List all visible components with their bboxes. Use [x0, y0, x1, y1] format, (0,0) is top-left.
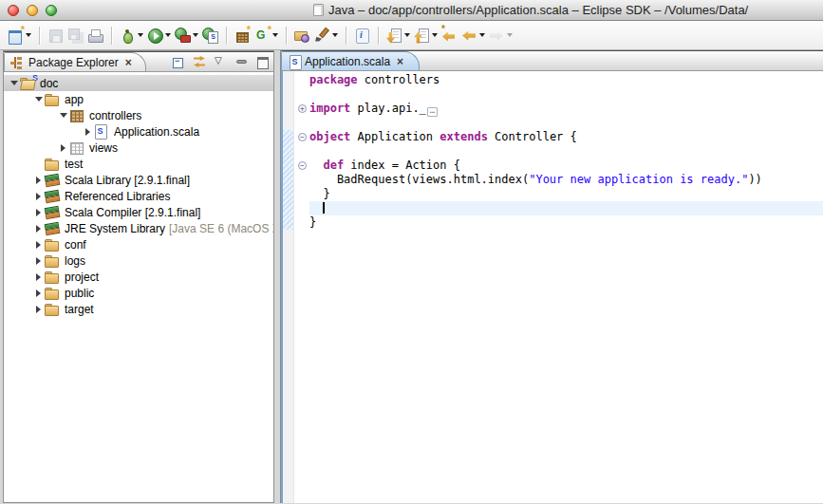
disclosure-closed-icon[interactable]	[32, 241, 45, 249]
tree-item-jre-system-library[interactable]: JRE System Library[Java SE 6 (MacOS X De…	[4, 220, 273, 236]
folder-icon	[45, 302, 61, 316]
run-icon	[147, 28, 163, 44]
fold-toggle-icon[interactable]: −	[298, 133, 307, 141]
fold-toggle-icon[interactable]: −	[298, 161, 307, 170]
disclosure-closed-icon[interactable]	[32, 225, 45, 233]
code-line[interactable]: −object Application extends Controller {	[295, 130, 823, 144]
disclosure-closed-icon[interactable]	[32, 209, 45, 216]
disclosure-closed-icon[interactable]	[32, 289, 45, 297]
disclosure-closed-icon[interactable]	[57, 144, 69, 152]
zoom-window-button[interactable]	[46, 5, 57, 16]
dropdown-caret-icon[interactable]	[432, 33, 438, 37]
tab-application-scala[interactable]: S Application.scala	[281, 51, 420, 70]
tree-item-logs[interactable]: logs	[4, 252, 273, 269]
disclosure-closed-icon[interactable]	[82, 128, 94, 136]
code-line[interactable]	[295, 116, 823, 130]
new-package-button[interactable]	[233, 24, 253, 47]
code-line-text: package controllers	[309, 73, 823, 87]
dropdown-caret-icon[interactable]	[165, 33, 171, 37]
code-line[interactable]: package controllers	[295, 73, 823, 87]
fold-toggle-icon[interactable]: +	[298, 104, 307, 113]
tree-item-target[interactable]: target	[4, 301, 273, 317]
tree-item-test[interactable]: test	[4, 156, 273, 172]
code-token: index = Action {	[344, 159, 460, 172]
annotation-ruler[interactable]	[283, 71, 294, 503]
tree-item-scala-compiler-2-9-1-final[interactable]: Scala Compiler [2.9.1.final]	[4, 204, 273, 220]
info-button[interactable]	[352, 24, 372, 47]
disclosure-closed-icon[interactable]	[32, 273, 45, 281]
close-window-button[interactable]	[8, 5, 19, 16]
dropdown-caret-icon[interactable]	[138, 33, 143, 37]
package-explorer-icon	[10, 56, 25, 69]
run-button[interactable]	[145, 24, 173, 47]
disclosure-closed-icon[interactable]	[32, 257, 45, 265]
disclosure-open-icon[interactable]	[8, 81, 20, 85]
save-all-button	[65, 24, 85, 47]
minimize-window-button[interactable]	[27, 5, 38, 16]
new-wizard-button[interactable]	[6, 24, 33, 47]
document-proxy-icon[interactable]	[313, 4, 324, 16]
last-edit-location-button[interactable]	[440, 24, 459, 47]
view-menu-icon[interactable]	[214, 55, 228, 68]
run-as-button[interactable]	[200, 24, 220, 47]
view-close-icon[interactable]	[125, 56, 132, 69]
previous-annotation-button[interactable]	[412, 24, 440, 47]
tree-item-views[interactable]: views	[4, 140, 273, 156]
titlebar: Java – doc/app/controllers/Application.s…	[0, 0, 823, 21]
disclosure-open-icon[interactable]	[57, 113, 69, 118]
minimize-view-icon[interactable]	[234, 55, 249, 68]
open-type-button[interactable]	[292, 24, 312, 47]
code-line[interactable]: }	[295, 187, 823, 201]
tree-item-controllers[interactable]: controllers	[4, 107, 273, 123]
debug-button[interactable]	[118, 24, 145, 47]
collapse-all-icon[interactable]	[172, 55, 186, 68]
fold-column	[295, 215, 309, 230]
print-icon	[87, 28, 103, 44]
code-line[interactable]: }	[295, 215, 823, 230]
back-button[interactable]	[459, 24, 487, 47]
disclosure-closed-icon[interactable]	[32, 306, 45, 313]
code-line[interactable]: BadRequest(views.html.index("Your new ap…	[295, 173, 823, 187]
dropdown-caret-icon[interactable]	[272, 33, 278, 37]
disclosure-closed-icon[interactable]	[32, 177, 45, 184]
code-line[interactable]	[295, 144, 823, 159]
tree-item-label: logs	[65, 254, 85, 268]
back-icon	[461, 28, 477, 44]
tab-package-explorer[interactable]: Package Explorer	[4, 52, 146, 71]
tree-item-app[interactable]: app	[4, 91, 273, 107]
dropdown-caret-icon[interactable]	[332, 33, 338, 37]
code-editor[interactable]: package controllers+import play.api._…−o…	[281, 71, 823, 503]
tree-item-doc[interactable]: Sdoc	[4, 75, 273, 91]
code-line[interactable]	[295, 87, 823, 102]
external-tools-button[interactable]	[173, 24, 200, 47]
tree-item-application-scala[interactable]: SApplication.scala	[4, 123, 273, 140]
code-line[interactable]: − def index = Action {	[295, 159, 823, 173]
disclosure-closed-icon[interactable]	[32, 193, 45, 200]
folder-icon	[45, 286, 61, 300]
tab-close-icon[interactable]	[397, 55, 403, 68]
dropdown-caret-icon[interactable]	[404, 33, 410, 37]
dropdown-caret-icon[interactable]	[26, 33, 31, 37]
window-title-area: Java – doc/app/controllers/Application.s…	[313, 0, 823, 20]
tree-item-public[interactable]: public	[4, 285, 273, 301]
print-button[interactable]	[85, 24, 105, 47]
tree-item-referenced-libraries[interactable]: Referenced Libraries	[4, 188, 273, 204]
tree-item-conf[interactable]: conf	[4, 236, 273, 252]
dropdown-caret-icon[interactable]	[193, 33, 198, 37]
folder-icon	[45, 253, 61, 268]
maximize-view-icon[interactable]	[255, 55, 270, 68]
link-with-editor-icon[interactable]	[193, 55, 207, 68]
disclosure-open-icon[interactable]	[32, 97, 45, 102]
next-annotation-button[interactable]	[384, 24, 412, 47]
code-line[interactable]: +import play.api._…	[295, 102, 823, 116]
tree-item-project[interactable]: project	[4, 269, 273, 285]
tree-item-scala-library-2-9-1-final[interactable]: Scala Library [2.9.1.final]	[4, 172, 273, 188]
code-area[interactable]: package controllers+import play.api._…−o…	[295, 73, 823, 503]
dropdown-caret-icon[interactable]	[479, 33, 485, 37]
tree-item-label: Scala Library [2.9.1.final]	[65, 174, 190, 187]
code-line[interactable]	[295, 201, 823, 215]
new-scala-element-button[interactable]	[253, 24, 280, 47]
code-line-text: }	[309, 187, 823, 201]
brush-button[interactable]	[312, 24, 340, 47]
scala-project-icon: S	[20, 76, 36, 90]
